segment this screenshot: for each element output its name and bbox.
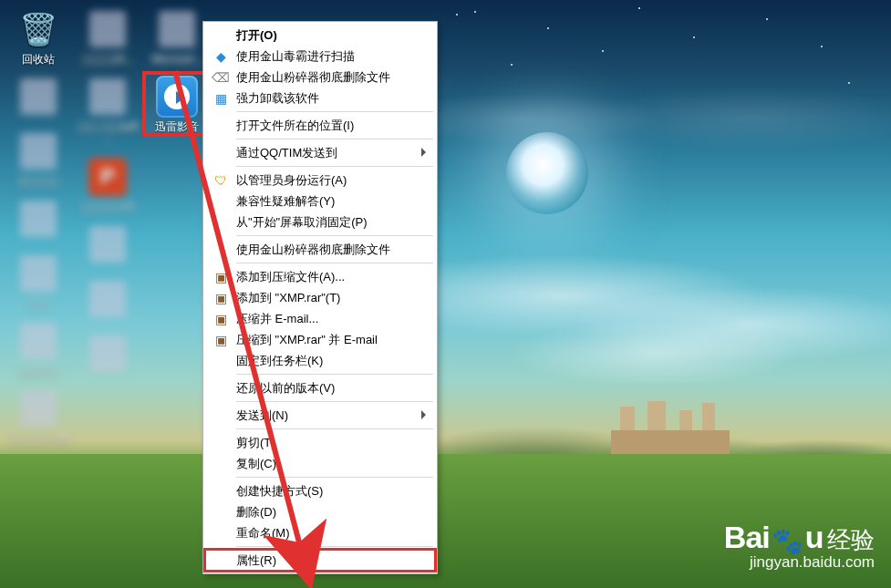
desktop-icon-label: ▢▢▢18... [82,53,133,66]
generic-icon [86,332,130,376]
clouds-upper [429,64,891,173]
powerpoint-icon: P [86,155,130,199]
desktop-icon-microsoft[interactable]: Microsof... [144,5,210,67]
desktop-icon-label: 迅雷影音 [155,120,199,133]
menu-item-label: 压缩并 E-mail... [236,311,318,327]
menu-item-add-to-xmp-rar[interactable]: ▣添加到 "XMP.rar"(T) [205,287,435,308]
xunlei-player-icon [155,75,199,119]
watermark-brand-prefix: Bai [724,520,770,554]
context-menu: 打开(O)◆使用金山毒霸进行扫描⌫使用金山粉碎器彻底删除文件▦强力卸载该软件打开… [202,21,438,574]
menu-item-label: 强力卸载该软件 [236,90,319,107]
desktop-icon-blur-1[interactable] [5,73,71,122]
menu-separator [236,166,433,167]
desktop-icon-blur-8[interactable]: ▢▢ ▢▢soft ... [75,73,140,148]
menu-item-delete[interactable]: 删除(D) [205,501,435,522]
menu-item-add-to-archive[interactable]: ▣添加到压缩文件(A)... [205,266,435,287]
menu-separator [236,111,433,112]
desktop-icon-blur-2[interactable]: 公▢▢▢ [5,128,71,190]
menu-item-label: 固定到任务栏(K) [236,353,323,369]
desktop-icon-label: ▢▢▢▢ [18,365,58,377]
recycle-bin-icon: 🗑️ [16,7,60,51]
generic-icon [86,7,130,51]
desktop-icon-blur-4[interactable]: ▢▢ [5,250,71,312]
watermark: Bai🐾u 经验 jingyan.baidu.com [724,521,875,572]
menu-item-label: 复制(C) [236,456,276,472]
desktop-icon-blur-3[interactable] [5,195,71,244]
menu-item-open-location[interactable]: 打开文件所在的位置(I) [205,115,435,136]
menu-item-pin-taskbar[interactable]: 固定到任务栏(K) [205,350,435,371]
watermark-url: jingyan.baidu.com [724,554,875,572]
menu-item-force-uninstall[interactable]: ▦强力卸载该软件 [205,88,435,108]
desktop-icon-label: 回收站 [22,53,55,66]
menu-item-unpin-start[interactable]: 从"开始"屏幕取消固定(P) [205,211,435,232]
desktop-icon-label: ▢▢ [28,297,48,310]
menu-item-label: 属性(R) [236,552,276,569]
menu-separator [236,263,433,263]
desktop-icon-recycle-bin[interactable]: 🗑️回收站 [5,5,71,67]
menu-separator [236,428,433,429]
menu-separator [236,546,433,547]
generic-icon [16,75,60,119]
menu-item-restore-previous[interactable]: 还原以前的版本(V) [205,377,435,398]
menu-separator [236,235,433,236]
generic-icon [16,129,60,173]
castle [611,392,730,456]
moon-glow [506,132,588,214]
watermark-brand-suffix: u [805,520,824,554]
menu-item-cut[interactable]: 剪切(T) [205,432,435,453]
menu-separator [236,477,433,478]
menu-item-shred-jinshan[interactable]: ⌫使用金山粉碎器彻底删除文件 [205,67,435,88]
desktop-icon-powerpoint[interactable]: P▢▢▢▢n3 [75,153,140,215]
archive-icon: ▣ [212,332,229,348]
menu-item-label: 剪切(T) [236,435,275,451]
menu-item-label: 以管理员身份运行(A) [236,172,347,189]
desktop-icon-label: Microsof... [151,53,202,66]
menu-item-label: 从"开始"屏幕取消固定(P) [236,214,368,231]
shredder-icon: ⌫ [212,69,229,86]
desktop-icon-blur-11[interactable] [75,330,140,379]
menu-item-send-to[interactable]: 发送到(N) [205,405,435,426]
desktop-icon-label: ▢▢ ▢▢soft ... [75,120,140,146]
desktop-icon-blur-10[interactable] [75,275,140,325]
generic-icon [155,7,199,51]
menu-item-rename[interactable]: 重命名(M) [205,522,435,543]
menu-item-compress-email[interactable]: ▣压缩并 E-mail... [205,308,435,329]
menu-item-scan-jinshan[interactable]: ◆使用金山毒霸进行扫描 [205,46,435,67]
menu-item-label: 创建快捷方式(S) [236,483,323,500]
desktop-icon-blur-7[interactable]: ▢▢▢18... [75,5,140,67]
watermark-suffix: 经验 [827,526,875,553]
menu-item-run-as-admin[interactable]: 🛡以管理员身份运行(A) [205,170,435,191]
menu-item-properties[interactable]: 属性(R) [205,550,435,571]
menu-item-label: 使用金山粉碎器彻底删除文件 [236,242,390,258]
generic-icon [86,277,130,321]
menu-item-label: 删除(D) [236,504,276,521]
menu-item-open[interactable]: 打开(O) [205,25,435,46]
desktop-icon-blur-5[interactable]: ▢▢▢▢ [5,317,71,379]
menu-item-create-shortcut[interactable]: 创建快捷方式(S) [205,480,435,501]
menu-item-label: 重命名(M) [236,525,290,542]
desktop-icon-xunlei-player[interactable]: 迅雷影音 [144,73,210,135]
admin-shield-icon: 🛡 [212,172,229,189]
menu-item-compat-troubleshoot[interactable]: 兼容性疑难解答(Y) [205,191,435,211]
menu-item-label: 添加到压缩文件(A)... [236,269,345,285]
menu-item-label: 使用金山毒霸进行扫描 [236,48,355,65]
menu-item-compress-xmp-email[interactable]: ▣压缩到 "XMP.rar" 并 E-mail [205,329,435,350]
menu-item-label: 打开(O) [236,27,277,44]
desktop-icon-blur-9[interactable] [75,221,140,270]
archive-icon: ▣ [212,311,229,327]
menu-item-label: 压缩到 "XMP.rar" 并 E-mail [236,332,378,348]
menu-separator [236,139,433,139]
desktop-icon-blur-6[interactable]: ▢▢▢▢▢ao [5,385,71,447]
desktop-icon-label: ▢▢▢▢n3 [81,201,133,213]
generic-icon [16,252,60,295]
menu-item-label: 还原以前的版本(V) [236,380,335,397]
desktop-icon-label: ▢▢▢▢▢ao [7,432,69,445]
menu-item-label: 使用金山粉碎器彻底删除文件 [236,69,390,86]
archive-icon: ▣ [212,269,229,285]
menu-item-copy[interactable]: 复制(C) [205,453,435,474]
menu-item-label: 兼容性疑难解答(Y) [236,193,335,210]
generic-icon [16,197,60,241]
generic-icon [86,75,130,119]
menu-item-shred-jinshan-2[interactable]: 使用金山粉碎器彻底删除文件 [205,239,435,260]
menu-item-send-qq-tim[interactable]: 通过QQ/TIM发送到 [205,142,435,163]
